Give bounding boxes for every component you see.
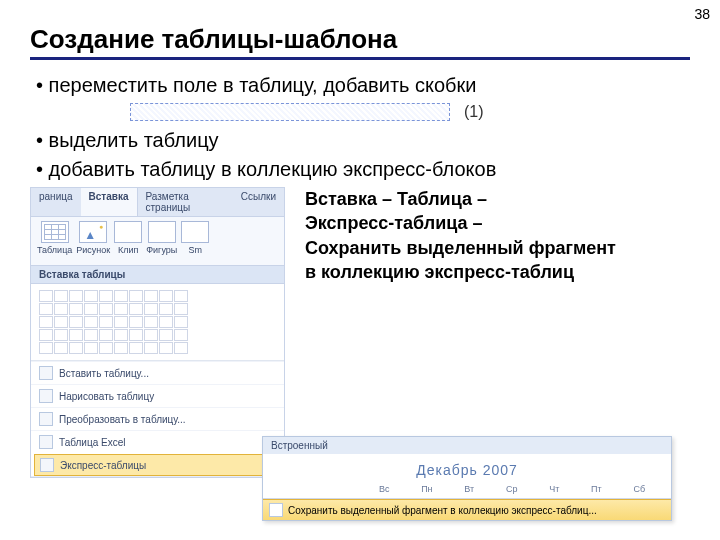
- pencil-icon: [39, 389, 53, 403]
- submenu-save-item[interactable]: Сохранить выделенный фрагмент в коллекци…: [263, 499, 671, 520]
- ribbon-tabs: раница Вставка Разметка страницы Ссылки: [31, 188, 284, 217]
- word-ribbon-screenshot: раница Вставка Разметка страницы Ссылки …: [30, 187, 285, 478]
- save-fragment-icon: [269, 503, 283, 517]
- table-menu-list: Вставить таблицу... Нарисовать таблицу П…: [31, 360, 284, 476]
- bullet-1: переместить поле в таблицу, добавить ско…: [36, 74, 690, 97]
- picture-button[interactable]: Рисунок: [76, 221, 110, 255]
- tab-insert[interactable]: Вставка: [81, 188, 138, 216]
- menu-insert-table[interactable]: Вставить таблицу...: [31, 361, 284, 384]
- shapes-icon: [148, 221, 176, 243]
- express-icon: [40, 458, 54, 472]
- picture-icon: [79, 221, 107, 243]
- instruction-line-4: в коллекцию экспресс-таблиц: [305, 260, 616, 284]
- menu-express-tables[interactable]: Экспресс-таблицы▶: [34, 454, 281, 476]
- field-example-row: (1): [130, 103, 690, 121]
- bullet-2: выделить таблицу: [36, 129, 690, 152]
- excel-icon: [39, 435, 53, 449]
- shapes-button[interactable]: Фигуры: [146, 221, 177, 255]
- smartart-icon: [181, 221, 209, 243]
- table-icon: [41, 221, 69, 243]
- menu-excel-table[interactable]: Таблица Excel: [31, 430, 284, 453]
- grid-icon: [39, 366, 53, 380]
- submenu-header: Встроенный: [263, 437, 671, 454]
- title-rule: [30, 57, 690, 60]
- instruction-text: Вставка – Таблица – Экспресс-таблица – С…: [305, 187, 616, 478]
- table-size-grid[interactable]: [31, 284, 284, 360]
- express-tables-submenu: Встроенный Декабрь 2007 Вс Пн Вт Ср Чт П…: [262, 436, 672, 521]
- menu-draw-table[interactable]: Нарисовать таблицу: [31, 384, 284, 407]
- instruction-line-3: Сохранить выделенный фрагмент: [305, 236, 616, 260]
- instruction-line-2: Экспресс-таблица –: [305, 211, 616, 235]
- bullet-3: добавить таблицу в коллекцию экспресс-бл…: [36, 158, 690, 181]
- page-number: 38: [694, 6, 710, 22]
- convert-icon: [39, 412, 53, 426]
- page-title: Создание таблицы-шаблона: [30, 24, 690, 55]
- clip-icon: [114, 221, 142, 243]
- field-placeholder-box: [130, 103, 450, 121]
- calendar-title: Декабрь 2007: [263, 454, 671, 482]
- table-button[interactable]: Таблица: [37, 221, 72, 255]
- slide-content: Создание таблицы-шаблона переместить пол…: [0, 0, 720, 478]
- tab-layout[interactable]: Разметка страницы: [138, 188, 233, 216]
- tab-refs[interactable]: Ссылки: [233, 188, 284, 216]
- dropdown-header: Вставка таблицы: [31, 266, 284, 284]
- instruction-line-1: Вставка – Таблица –: [305, 187, 616, 211]
- tab-page[interactable]: раница: [31, 188, 81, 216]
- clip-button[interactable]: Клип: [114, 221, 142, 255]
- smartart-button[interactable]: Sm: [181, 221, 209, 255]
- ribbon-buttons: Таблица Рисунок Клип Фигуры Sm: [31, 217, 284, 266]
- calendar-days-row: Вс Пн Вт Ср Чт Пт Сб: [263, 482, 671, 499]
- field-paren-label: (1): [464, 103, 484, 121]
- menu-convert-table[interactable]: Преобразовать в таблицу...: [31, 407, 284, 430]
